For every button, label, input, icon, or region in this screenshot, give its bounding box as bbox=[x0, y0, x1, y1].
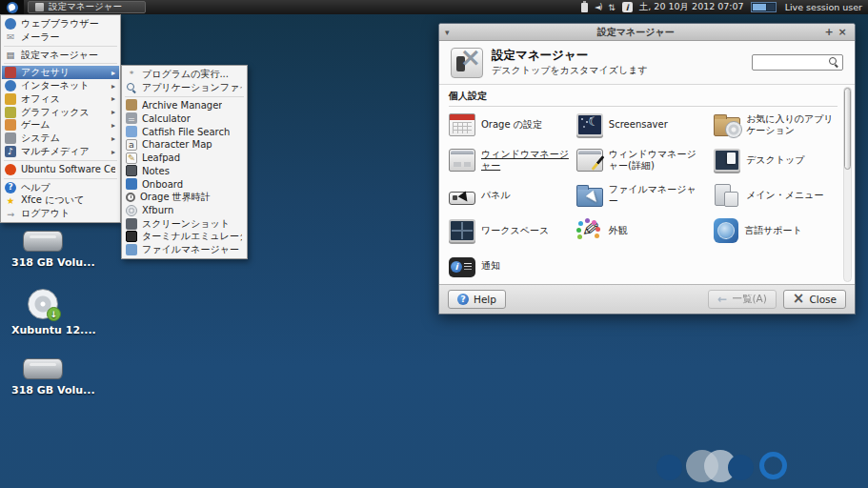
menu-item-ubuntu-software-center[interactable]: Ubuntu Software Center bbox=[2, 163, 119, 176]
submenu-item-screenshot[interactable]: スクリーンショット bbox=[123, 217, 246, 231]
menu-item-office[interactable]: オフィス bbox=[2, 92, 119, 106]
settings-tile-workspaces[interactable]: ワークスペース bbox=[449, 216, 573, 245]
submenu-item-label: ファイルマネージャー bbox=[142, 243, 239, 256]
volume-icon[interactable] bbox=[595, 3, 601, 11]
close-x-icon bbox=[793, 294, 805, 305]
settings-tile-window-manager[interactable]: ウィンドウマネージャー bbox=[449, 146, 573, 174]
submenu-item-label: Leafpad bbox=[142, 152, 180, 163]
tile-label: ウィンドウマネージャー bbox=[481, 149, 573, 172]
desktop-icon-cd[interactable]: Xubuntu 12.... bbox=[11, 289, 74, 336]
back-arrow-icon bbox=[717, 293, 727, 306]
menu-item-help[interactable]: ? ヘルプ bbox=[2, 181, 119, 194]
submenu-item-xfburn[interactable]: Xfburn bbox=[123, 204, 246, 217]
submenu-item-label: Catfish File Search bbox=[142, 127, 230, 137]
menu-item-label: Xfce について bbox=[21, 194, 84, 208]
menu-item-label: グラフィックス bbox=[21, 106, 90, 119]
settings-tile-language-support[interactable]: 言語サポート bbox=[714, 216, 838, 245]
submenu-item-run[interactable]: * プログラムの実行... bbox=[123, 68, 246, 81]
maximize-button[interactable] bbox=[822, 26, 836, 38]
search-icon[interactable] bbox=[829, 57, 839, 68]
menu-item-label: アクセサリ bbox=[21, 66, 70, 79]
menu-item-label: 設定マネージャー bbox=[21, 49, 98, 62]
settings-tile-screensaver[interactable]: Screensaver bbox=[576, 111, 710, 139]
close-button[interactable] bbox=[836, 26, 849, 38]
submenu-item-charmap[interactable]: a Character Map bbox=[123, 138, 246, 152]
desktop-icon-drive[interactable]: 318 GB Volu... bbox=[11, 358, 74, 396]
submenu-item-magnifier[interactable]: アプリケーションファインダー bbox=[123, 81, 246, 94]
menu-item-multimedia[interactable]: ♪ マルチメディア bbox=[2, 145, 119, 158]
submenu-item-label: Onboard bbox=[142, 179, 183, 190]
overview-button[interactable]: 一覧(A) bbox=[708, 290, 776, 309]
clock[interactable]: 土, 20 10月 2012 07:07 bbox=[639, 1, 744, 13]
settings-tile-favorites[interactable]: お気に入りのアプリケーション bbox=[714, 111, 838, 139]
menu-item-web-browser[interactable]: ウェブブラウザー bbox=[2, 17, 119, 30]
help-button[interactable]: ? Help bbox=[448, 290, 506, 309]
workspace-active[interactable] bbox=[753, 4, 766, 10]
settings-tile-panel[interactable]: パネル bbox=[449, 181, 573, 210]
submenu-item-notes[interactable]: Notes bbox=[123, 165, 246, 178]
settings-tile-notifications[interactable]: 通知 bbox=[449, 252, 573, 280]
battery-icon[interactable] bbox=[581, 3, 588, 12]
settings-tile-file-manager[interactable]: ファイルマネージャー bbox=[576, 181, 710, 210]
window-titlebar[interactable]: 設定マネージャー bbox=[439, 24, 855, 41]
submenu-item-onboard[interactable]: Onboard bbox=[123, 177, 246, 191]
menu-item-mailer[interactable]: ✉ メーラー bbox=[2, 30, 119, 44]
desktop-icon-drive[interactable]: 318 GB Volu... bbox=[11, 231, 74, 269]
menu-item-settings-manager[interactable]: ▤ 設定マネージャー bbox=[2, 49, 119, 62]
workspace-switcher[interactable] bbox=[751, 2, 777, 12]
network-icon[interactable] bbox=[608, 3, 616, 12]
tile-icon bbox=[576, 149, 603, 172]
menu-item-internet[interactable]: インターネット bbox=[2, 79, 119, 92]
submenu-item-calculator[interactable]: = Calculator bbox=[123, 112, 246, 125]
settings-tile-desktop[interactable]: デスクトップ bbox=[714, 146, 838, 174]
menu-item-icon bbox=[5, 107, 16, 118]
submenu-item-clock[interactable]: Orage 世界時計 bbox=[123, 191, 246, 204]
settings-tile-window-manager-tweaks[interactable]: ウィンドウマネージャー(詳細) bbox=[576, 146, 710, 174]
menu-item-accessories[interactable]: アクセサリ bbox=[2, 66, 119, 79]
workspace-inactive[interactable] bbox=[767, 4, 775, 10]
menu-item-graphics[interactable]: グラフィックス bbox=[2, 106, 119, 119]
tile-icon bbox=[576, 188, 603, 207]
submenu-item-terminal[interactable]: ターミナルエミュレーター bbox=[123, 231, 246, 244]
menu-item-about-xfce[interactable]: ★ Xfce について bbox=[2, 194, 119, 208]
tile-label: ウィンドウマネージャー(詳細) bbox=[609, 149, 700, 172]
submenu-item-archive[interactable]: Archive Manager bbox=[123, 99, 246, 112]
close-window-button[interactable]: Close bbox=[783, 290, 846, 309]
menu-item-icon: ♪ bbox=[5, 146, 16, 157]
settings-tile-calendar[interactable]: Orage の設定 bbox=[449, 111, 573, 139]
submenu-item-thunar[interactable]: ファイルマネージャー bbox=[123, 243, 246, 256]
menu-separator bbox=[4, 63, 117, 64]
desktop-icon-label: 318 GB Volu... bbox=[11, 256, 74, 269]
menu-item-logout[interactable]: → ログアウト bbox=[2, 207, 119, 220]
menu-item-label: ヘルプ bbox=[21, 181, 50, 194]
submenu-item-leafpad[interactable]: ✎ Leafpad bbox=[123, 152, 246, 165]
applications-menu-button[interactable] bbox=[0, 0, 24, 14]
tile-icon bbox=[449, 192, 475, 205]
tile-label: Orage の設定 bbox=[481, 119, 542, 131]
window-header: 設定マネージャー デスクトップをカスタマイズします bbox=[439, 41, 855, 85]
menu-separator bbox=[4, 178, 117, 179]
menu-item-icon: ★ bbox=[5, 194, 16, 206]
menu-item-games[interactable]: ゲーム bbox=[2, 119, 119, 132]
scrollbar[interactable] bbox=[843, 87, 852, 282]
submenu-item-catfish[interactable]: Catfish File Search bbox=[123, 125, 246, 138]
settings-tile-main-menu[interactable]: メイン・メニュー bbox=[714, 181, 838, 210]
taskbar-item-settings-manager[interactable]: 設定マネージャー bbox=[28, 1, 146, 13]
submenu-item-icon bbox=[126, 82, 137, 93]
menu-item-system[interactable]: システム bbox=[2, 132, 119, 145]
desktop-icon-label: Xubuntu 12.... bbox=[11, 324, 74, 336]
help-button-label: Help bbox=[474, 294, 496, 305]
tile-label: パネル bbox=[481, 190, 511, 201]
menu-item-icon bbox=[5, 67, 16, 78]
settings-search-input[interactable] bbox=[756, 57, 829, 68]
desktop-icon-glyph bbox=[28, 289, 58, 319]
menu-item-label: システム bbox=[21, 132, 60, 145]
scrollbar-thumb[interactable] bbox=[844, 88, 851, 170]
submenu-item-icon bbox=[126, 165, 137, 176]
settings-manager-window: 設定マネージャー 設定マネージャー デスクトップをカスタマイズします 個人設定 … bbox=[438, 23, 856, 315]
session-user-label: Live session user bbox=[785, 2, 862, 12]
notification-icon[interactable]: i bbox=[622, 2, 633, 12]
settings-tile-appearance[interactable]: 外観 bbox=[576, 216, 710, 245]
search-box[interactable] bbox=[752, 54, 843, 71]
tile-label: 言語サポート bbox=[744, 225, 802, 236]
